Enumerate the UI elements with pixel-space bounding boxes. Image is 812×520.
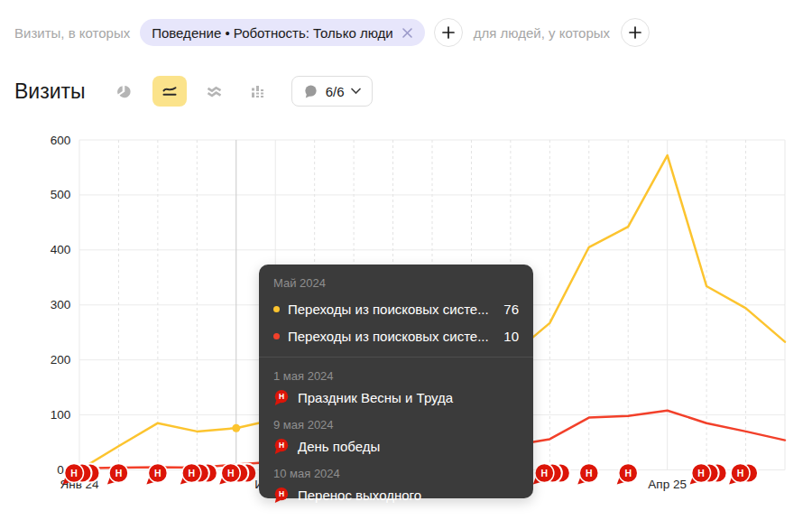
plus-icon	[442, 26, 455, 39]
tooltip-series-row: Переходы из поисковых систе... 10	[273, 326, 519, 346]
event-row: Н Праздник Весны и Труда	[273, 389, 519, 406]
svg-text:Н: Н	[189, 468, 196, 478]
svg-text:Апр 25: Апр 25	[648, 478, 687, 491]
svg-text:600: 600	[51, 134, 71, 147]
visits-filter-label: Визиты, в которых	[14, 25, 130, 41]
stacked-area-icon	[207, 84, 222, 99]
event-date: 1 мая 2024	[273, 368, 519, 384]
people-filter-label: для людей, у которых	[474, 25, 610, 41]
chart-tooltip: Май 2024 Переходы из поисковых систе... …	[259, 265, 533, 498]
series-label: Переходы из поисковых систе...	[288, 302, 494, 317]
chevron-down-icon	[351, 88, 361, 95]
holiday-marker[interactable]: Н	[577, 464, 598, 485]
tooltip-series-row: Переходы из поисковых систе... 76	[273, 299, 519, 319]
svg-text:Н: Н	[154, 468, 161, 478]
event-title: День победы	[298, 439, 380, 454]
svg-text:Н: Н	[70, 468, 78, 478]
series-label: Переходы из поисковых систе...	[288, 329, 494, 344]
holiday-marker[interactable]: Н	[180, 464, 217, 485]
holiday-marker[interactable]: Н	[533, 464, 570, 485]
svg-text:Н: Н	[227, 468, 235, 478]
add-visit-filter-button[interactable]	[434, 18, 463, 47]
chip-close-icon[interactable]	[401, 27, 413, 39]
holiday-badge-icon: Н	[273, 389, 290, 406]
series-value: 10	[503, 329, 519, 344]
event-date: 10 мая 2024	[273, 466, 519, 481]
event-row: Н Перенос выходного	[273, 487, 519, 504]
tooltip-divider	[259, 357, 533, 358]
chart-type-stacked-button[interactable]	[199, 76, 230, 107]
hover-point	[232, 424, 240, 432]
filter-chip-label: Поведение • Роботность: Только люди	[152, 25, 393, 41]
plus-icon	[629, 26, 641, 39]
svg-text:Н: Н	[541, 468, 549, 478]
svg-text:400: 400	[51, 243, 71, 256]
comment-bubble-icon	[303, 84, 318, 99]
add-people-filter-button[interactable]	[621, 18, 650, 47]
holiday-marker[interactable]: Н	[617, 464, 638, 485]
series-value: 76	[503, 302, 519, 317]
svg-text:Н: Н	[279, 489, 284, 498]
behavior-filter-chip[interactable]: Поведение • Роботность: Только люди	[140, 19, 425, 46]
svg-text:300: 300	[51, 298, 71, 311]
svg-text:Н: Н	[115, 468, 123, 478]
series-color-dot	[273, 306, 280, 312]
chart-type-line-button[interactable]	[152, 76, 187, 107]
chart-type-pie-button[interactable]	[109, 76, 140, 107]
svg-text:Н: Н	[586, 468, 593, 478]
svg-text:Н: Н	[737, 468, 744, 478]
svg-text:Н: Н	[697, 468, 705, 478]
page-title: Визиты	[14, 79, 86, 104]
svg-text:Н: Н	[279, 441, 284, 450]
holiday-marker[interactable]: Н	[107, 464, 128, 485]
chart-header: Визиты 6/6	[14, 76, 373, 107]
svg-text:200: 200	[51, 353, 71, 367]
holiday-marker[interactable]: Н	[690, 464, 727, 485]
event-date: 9 мая 2024	[273, 417, 519, 432]
filter-bar: Визиты, в которых Поведение • Роботность…	[14, 18, 650, 47]
svg-text:500: 500	[51, 188, 71, 201]
event-row: Н День победы	[273, 438, 519, 455]
bar-chart-icon	[250, 84, 265, 99]
event-title: Праздник Весны и Труда	[298, 390, 453, 405]
event-title: Перенос выходного	[298, 488, 421, 503]
holiday-badge-icon: Н	[273, 487, 290, 504]
pie-chart-icon	[116, 84, 132, 99]
svg-text:Н: Н	[624, 468, 632, 478]
svg-text:100: 100	[51, 408, 71, 422]
tooltip-title: Май 2024	[273, 275, 519, 292]
svg-text:Н: Н	[279, 392, 284, 401]
holiday-marker[interactable]: Н	[219, 464, 256, 485]
holiday-marker[interactable]: Н	[63, 464, 100, 485]
holiday-badge-icon: Н	[273, 438, 290, 455]
series-color-dot	[273, 333, 280, 339]
chart-type-bar-button[interactable]	[243, 76, 273, 107]
comments-count: 6/6	[326, 84, 345, 99]
comments-toggle-button[interactable]: 6/6	[291, 76, 373, 107]
holiday-marker[interactable]: Н	[729, 464, 758, 485]
line-chart-icon	[161, 83, 178, 99]
svg-text:0: 0	[57, 463, 64, 477]
